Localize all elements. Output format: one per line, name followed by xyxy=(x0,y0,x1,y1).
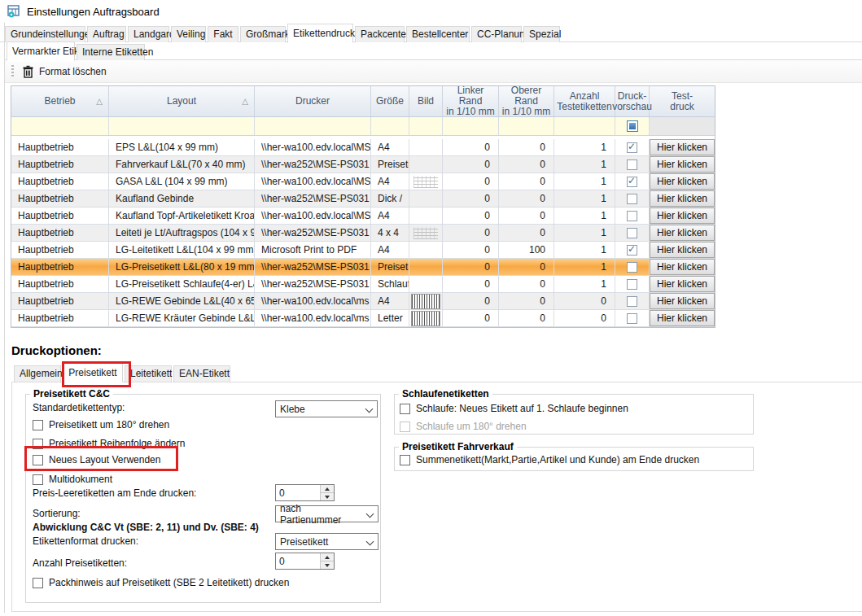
spin-up-icon[interactable] xyxy=(321,553,334,561)
checkbox-box[interactable] xyxy=(33,420,43,430)
option-tab-ean-etikett[interactable]: EAN-Etikett xyxy=(173,365,230,382)
standardetikettentyp-dropdown[interactable]: Klebe xyxy=(275,400,378,417)
delete-format-button[interactable]: Format löschen xyxy=(39,66,107,77)
spin-down-icon[interactable] xyxy=(321,561,334,569)
testdruck-button[interactable]: Hier klicken xyxy=(650,139,715,155)
tab-auftrag[interactable]: Auftrag xyxy=(87,26,126,42)
leeretiketten-spinner[interactable]: 0 xyxy=(275,484,335,501)
testdruck-button[interactable]: Hier klicken xyxy=(650,310,715,326)
checkbox-box[interactable] xyxy=(400,404,410,414)
checkbox-multidokument[interactable]: Multidokument xyxy=(33,474,112,485)
toolbar-grip-handle[interactable] xyxy=(11,65,14,78)
column-header-bild[interactable]: Bild xyxy=(409,86,443,116)
tab-fakt[interactable]: Fakt xyxy=(208,26,238,42)
checkbox-box[interactable] xyxy=(33,578,43,588)
druckvorschau-checkbox[interactable] xyxy=(627,159,637,170)
druckvorschau-filter-checkbox[interactable] xyxy=(627,120,638,132)
druckvorschau-checkbox[interactable] xyxy=(627,142,637,153)
druckvorschau-checkbox[interactable] xyxy=(627,245,637,256)
druckvorschau-checkbox[interactable] xyxy=(627,177,637,187)
subtab-vermarkter-etik-[interactable]: Vermarkter Etik. xyxy=(7,42,75,61)
column-header-druck-[interactable]: Druck- vorschau xyxy=(615,86,650,116)
option-tab-leitetikett[interactable]: Leitetikett xyxy=(125,365,172,382)
checkbox-summenetikett[interactable]: Summenetikett(Markt,Partie,Artikel und K… xyxy=(400,454,699,465)
etikettenformat-dropdown[interactable]: Preisetikett xyxy=(275,533,378,550)
filter-cell[interactable] xyxy=(255,117,371,135)
tab-cc-planung[interactable]: CC-Planung xyxy=(471,26,522,42)
checkbox-schlaufe-neues-etikett[interactable]: Schlaufe: Neues Etikett auf 1. Schlaufe … xyxy=(400,403,628,414)
anzahl-preisetiketten-spinner[interactable]: 0 xyxy=(275,553,335,570)
checkbox-box[interactable] xyxy=(400,455,410,465)
testdruck-button[interactable]: Hier klicken xyxy=(650,208,715,224)
filter-cell[interactable] xyxy=(650,117,715,135)
tab-packcenter[interactable]: Packcenter xyxy=(355,26,405,42)
checkbox-box[interactable] xyxy=(33,474,43,485)
table-row[interactable]: HauptbetriebKaufland Gebinde\\her-wa252\… xyxy=(11,190,715,208)
sortierung-dropdown[interactable]: nach Partienummer xyxy=(275,505,378,522)
column-header-anzahl[interactable]: Anzahl Testetiketten xyxy=(554,86,615,116)
column-header-oberer-rand[interactable]: Oberer Rand in 1/10 mm xyxy=(499,86,554,116)
tab-spezial[interactable]: Spezial xyxy=(523,26,560,42)
column-header-größe[interactable]: Größe xyxy=(371,86,409,116)
column-header-betrieb[interactable]: Betrieb△ xyxy=(11,86,109,116)
filter-cell[interactable] xyxy=(499,117,554,135)
spin-down-icon[interactable] xyxy=(321,493,334,500)
checkbox-packhinweis[interactable]: Packhinweis auf Preisetikett (SBE 2 Leit… xyxy=(33,577,289,588)
table-row[interactable]: HauptbetriebFahrverkauf L&L(70 x 40 mm)\… xyxy=(11,156,715,173)
filter-cell[interactable] xyxy=(371,117,409,135)
checkbox-neues-layout-verwenden[interactable]: Neues Layout Verwenden xyxy=(33,454,160,465)
anzahl-preisetiketten-value[interactable]: 0 xyxy=(276,553,320,569)
testdruck-button[interactable]: Hier klicken xyxy=(650,276,715,292)
tab-etikettendruck[interactable]: Etikettendruck xyxy=(287,24,353,43)
table-row[interactable]: HauptbetriebKaufland Topf-Artikeletikett… xyxy=(11,208,715,225)
table-row[interactable]: HauptbetriebLG-Preisetikett L&L(80 x 19 … xyxy=(11,259,715,276)
table-row[interactable]: HauptbetriebEPS L&L(104 x 99 mm)\\her-wa… xyxy=(11,139,715,156)
checkbox-box[interactable] xyxy=(33,455,43,465)
druckvorschau-checkbox[interactable] xyxy=(627,194,637,204)
tab-landgard[interactable]: Landgard xyxy=(128,26,169,42)
table-row[interactable]: HauptbetriebLG-REWE Kräuter Gebinde L&L(… xyxy=(11,310,715,327)
table-row[interactable]: HauptbetriebGASA L&L (104 x 99 mm)\\her-… xyxy=(11,173,715,190)
testdruck-button[interactable]: Hier klicken xyxy=(650,259,715,275)
druckvorschau-checkbox[interactable] xyxy=(627,296,637,307)
druckvorschau-checkbox[interactable] xyxy=(627,313,637,324)
testdruck-button[interactable]: Hier klicken xyxy=(650,225,715,241)
testdruck-button[interactable]: Hier klicken xyxy=(650,190,715,207)
testdruck-button[interactable]: Hier klicken xyxy=(650,156,715,173)
checkbox-box[interactable] xyxy=(33,439,43,449)
filter-cell[interactable] xyxy=(11,117,109,135)
column-header-linker-rand[interactable]: Linker Rand in 1/10 mm xyxy=(443,86,499,116)
druckvorschau-checkbox[interactable] xyxy=(627,279,637,290)
option-tab-allgemein[interactable]: Allgemein xyxy=(14,365,61,382)
subtab-interne-etiketten[interactable]: Interne Etiketten xyxy=(77,44,145,60)
column-header-layout[interactable]: Layout△ xyxy=(109,86,255,116)
tab-bestellcenter[interactable]: Bestellcenter xyxy=(406,26,470,42)
spin-up-icon[interactable] xyxy=(321,485,334,493)
table-row[interactable]: HauptbetriebLG-REWE Gebinde L&L(40 x 65 … xyxy=(11,293,715,310)
table-row[interactable]: HauptbetriebLG-Preisetikett Schlaufe(4-e… xyxy=(11,276,715,293)
leeretiketten-value[interactable]: 0 xyxy=(276,485,320,500)
testdruck-button[interactable]: Hier klicken xyxy=(650,242,715,258)
filter-cell[interactable] xyxy=(554,117,615,135)
filter-cell[interactable] xyxy=(409,117,443,135)
column-header-drucker[interactable]: Drucker xyxy=(255,86,371,116)
spinner-buttons[interactable] xyxy=(320,553,334,569)
column-header-test-[interactable]: Test- druck xyxy=(650,86,715,116)
druckvorschau-checkbox[interactable] xyxy=(627,211,637,221)
checkbox-reihenfolge-aendern[interactable]: Preisetikett Reihenfolge ändern xyxy=(33,438,185,449)
option-tab-preisetikett[interactable]: Preisetikett xyxy=(63,363,123,382)
spinner-buttons[interactable] xyxy=(320,485,334,500)
table-row[interactable]: HauptbetriebLeiteti je Lt/Auftragspos (1… xyxy=(11,225,715,242)
tab-großmarkt[interactable]: Großmarkt xyxy=(240,26,286,42)
filter-cell[interactable] xyxy=(443,117,499,135)
druckvorschau-checkbox[interactable] xyxy=(627,228,637,238)
tab-grundeinstellungen[interactable]: Grundeinstellungen xyxy=(5,26,85,42)
druckvorschau-checkbox[interactable] xyxy=(627,262,637,273)
trash-icon[interactable] xyxy=(22,65,34,78)
filter-cell[interactable] xyxy=(109,117,255,135)
tab-veiling[interactable]: Veiling xyxy=(171,26,206,42)
table-row[interactable]: HauptbetriebLG-Leitetikett L&L(104 x 99 … xyxy=(11,242,715,259)
testdruck-button[interactable]: Hier klicken xyxy=(650,173,715,190)
checkbox-preisetikett-180-drehen[interactable]: Preisetikett um 180° drehen xyxy=(33,419,169,430)
filter-cell-druckvorschau[interactable] xyxy=(615,117,650,135)
